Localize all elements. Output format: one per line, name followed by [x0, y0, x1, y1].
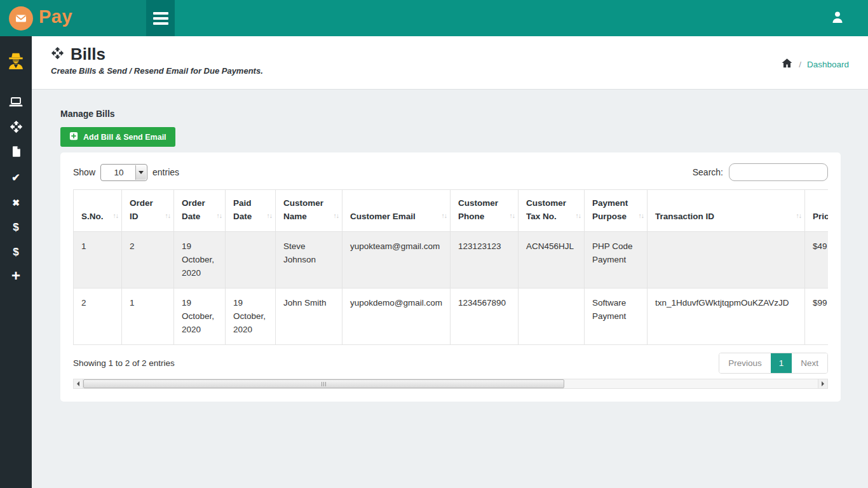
sidebar-item-dashboard[interactable] [0, 91, 32, 116]
show-label: Show [73, 167, 95, 177]
cell-customer-name: John Smith [276, 288, 342, 345]
previous-page-button[interactable]: Previous [719, 353, 771, 373]
sidebar-toggle-button[interactable] [146, 0, 175, 36]
search-input[interactable] [729, 163, 828, 181]
cell-paid-date: 19 October, 2020 [226, 288, 276, 345]
cell-customer-tax: ACN456HJL [519, 232, 585, 288]
entries-label: entries [153, 167, 179, 177]
check-icon: ✔ [11, 172, 20, 184]
header-right [830, 0, 868, 36]
sidebar-item-payments-2[interactable]: $ [0, 240, 32, 264]
page-title: Bills [71, 44, 105, 64]
user-secret-icon [6, 51, 26, 74]
column-header-price[interactable]: Price [805, 190, 829, 232]
scrollbar-track[interactable] [83, 379, 818, 388]
user-menu-button[interactable] [830, 10, 845, 27]
page-length-control: Show 10 entries [73, 164, 179, 181]
dollar-icon: $ [13, 246, 18, 259]
move-icon [10, 120, 23, 136]
column-header-customer-name[interactable]: Customer Name↑↓ [276, 190, 342, 232]
add-bill-button[interactable]: Add Bill & Send Email [60, 127, 175, 147]
table-row: 1 2 19 October, 2020 Steve Johnson yupok… [74, 232, 829, 288]
page-subtitle: Create Bills & Send / Resend Email for D… [51, 66, 849, 76]
brand-name: Pay [39, 8, 72, 29]
top-header: Pay [0, 0, 868, 36]
close-icon: ✖ [12, 198, 20, 208]
arrow-right-icon [822, 381, 824, 386]
cell-order-date: 19 October, 2020 [174, 288, 226, 345]
bills-card: Show 10 entries Search: S.No.↑↓ [60, 152, 841, 402]
sidebar: ✔ ✖ $ $ + [0, 36, 32, 488]
cell-sno: 2 [74, 288, 122, 345]
search-label: Search: [693, 167, 723, 177]
content-header: Bills Create Bills & Send / Resend Email… [32, 36, 868, 90]
column-header-customer-phone[interactable]: Customer Phone↑↓ [451, 190, 519, 232]
table-row: 2 1 19 October, 2020 19 October, 2020 Jo… [74, 288, 829, 345]
page-length-select[interactable]: 10 [100, 164, 147, 181]
column-header-order-date[interactable]: Order Date↑↓ [174, 190, 226, 232]
sidebar-item-approved[interactable]: ✔ [0, 165, 32, 190]
scroll-right-button[interactable] [818, 379, 827, 388]
sort-icon: ↑↓ [576, 209, 581, 222]
envelope-icon [9, 6, 33, 30]
cell-price: $99 [805, 288, 829, 345]
cell-paid-date [226, 232, 276, 288]
sidebar-item-add[interactable]: + [0, 264, 32, 289]
scrollbar-grip-icon [322, 382, 327, 386]
cell-customer-tax [519, 288, 585, 345]
cell-customer-email: yupokdemo@gmail.com [342, 288, 451, 345]
table-info: Showing 1 to 2 of 2 entries [73, 358, 175, 368]
column-header-payment-purpose[interactable]: Payment Purpose↑↓ [585, 190, 648, 232]
column-header-paid-date[interactable]: Paid Date↑↓ [226, 190, 276, 232]
arrow-left-icon [77, 381, 79, 386]
chevron-down-icon [135, 165, 146, 180]
column-header-customer-tax[interactable]: Customer Tax No.↑↓ [519, 190, 585, 232]
table-header-row: S.No.↑↓ Order ID↑↓ Order Date↑↓ Paid Dat… [74, 190, 829, 232]
sort-icon: ↑↓ [796, 209, 802, 222]
sort-icon: ↑↓ [639, 209, 644, 222]
bills-table-wrapper: S.No.↑↓ Order ID↑↓ Order Date↑↓ Paid Dat… [73, 189, 828, 345]
sort-icon: ↑↓ [217, 209, 222, 222]
scrollbar-thumb[interactable] [83, 379, 564, 388]
sort-icon: ↑↓ [165, 209, 171, 222]
hamburger-icon [153, 12, 168, 15]
column-header-customer-email[interactable]: Customer Email↑↓ [342, 190, 451, 232]
home-icon[interactable] [781, 57, 793, 71]
sort-icon: ↑↓ [510, 209, 515, 222]
cell-customer-email: yupokteam@gmail.com [342, 232, 451, 288]
scroll-left-button[interactable] [74, 379, 83, 388]
sidebar-item-cancelled[interactable]: ✖ [0, 190, 32, 215]
sidebar-item-bills[interactable] [0, 116, 32, 140]
plus-icon: + [11, 268, 20, 285]
sidebar-item-documents[interactable] [0, 140, 32, 165]
move-icon [51, 46, 64, 62]
cell-order-id: 1 [122, 288, 174, 345]
breadcrumb-dashboard-link[interactable]: Dashboard [807, 60, 849, 69]
sidebar-item-user-secret[interactable] [0, 51, 32, 74]
cell-transaction-id: txn_1HduvfGWktjtqpmOuKZAVzJD [648, 288, 805, 345]
sidebar-item-payments[interactable]: $ [0, 215, 32, 240]
horizontal-scrollbar [73, 379, 828, 389]
cell-payment-purpose: Software Payment [585, 288, 648, 345]
column-header-sno[interactable]: S.No.↑↓ [74, 190, 122, 232]
cell-customer-name: Steve Johnson [276, 232, 342, 288]
dollar-icon: $ [13, 221, 18, 234]
column-header-order-id[interactable]: Order ID↑↓ [122, 190, 174, 232]
breadcrumb: / Dashboard [781, 57, 849, 71]
cell-payment-purpose: PHP Code Payment [585, 232, 648, 288]
pagination: Previous 1 Next [719, 353, 828, 374]
brand-link[interactable]: Pay [0, 0, 146, 36]
current-page-button[interactable]: 1 [771, 353, 792, 373]
cell-order-date: 19 October, 2020 [174, 232, 226, 288]
next-page-button[interactable]: Next [792, 353, 827, 373]
cell-transaction-id [648, 232, 805, 288]
column-header-transaction-id[interactable]: Transaction ID↑↓ [648, 190, 805, 232]
person-icon [830, 10, 845, 27]
cell-order-id: 2 [122, 232, 174, 288]
laptop-icon [8, 95, 24, 112]
plus-square-icon [69, 132, 78, 142]
bills-table: S.No.↑↓ Order ID↑↓ Order Date↑↓ Paid Dat… [73, 189, 828, 345]
breadcrumb-separator: / [799, 60, 801, 69]
file-icon [10, 146, 22, 160]
sort-icon: ↑↓ [334, 209, 339, 222]
